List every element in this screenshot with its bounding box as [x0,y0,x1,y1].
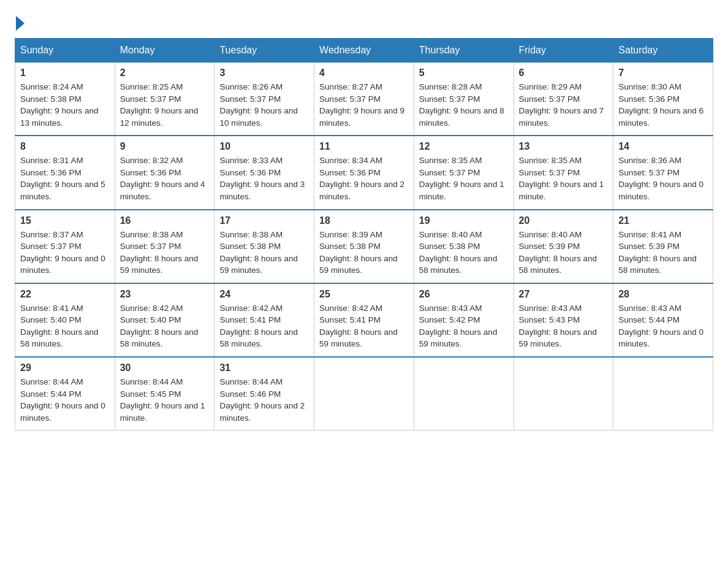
sunrise-label: Sunrise: 8:43 AM [519,304,582,313]
day-info: Sunrise: 8:43 AM Sunset: 5:43 PM Dayligh… [519,302,609,350]
day-info: Sunrise: 8:38 AM Sunset: 5:38 PM Dayligh… [219,229,309,277]
sunset-label: Sunset: 5:43 PM [519,315,580,324]
sunset-label: Sunset: 5:37 PM [419,94,480,104]
day-number: 25 [319,289,409,300]
day-number: 5 [419,67,509,79]
day-number: 28 [618,289,708,300]
sunrise-label: Sunrise: 8:42 AM [219,304,282,313]
daylight-label: Daylight: 8 hours and 58 minutes. [419,254,498,275]
day-number: 3 [219,67,309,79]
daylight-label: Daylight: 8 hours and 59 minutes. [219,254,298,275]
sunset-label: Sunset: 5:38 PM [219,242,281,251]
calendar-day-cell: 9 Sunrise: 8:32 AM Sunset: 5:36 PM Dayli… [115,136,214,209]
day-number: 4 [319,67,409,79]
day-info: Sunrise: 8:24 AM Sunset: 5:38 PM Dayligh… [20,81,110,129]
day-info: Sunrise: 8:43 AM Sunset: 5:42 PM Dayligh… [419,302,509,350]
sunset-label: Sunset: 5:37 PM [519,94,580,104]
calendar-day-cell [613,357,713,431]
calendar-day-cell: 10 Sunrise: 8:33 AM Sunset: 5:36 PM Dayl… [214,136,314,209]
day-info: Sunrise: 8:29 AM Sunset: 5:37 PM Dayligh… [519,81,609,129]
sunset-label: Sunset: 5:37 PM [618,168,680,177]
sunrise-label: Sunrise: 8:40 AM [419,230,482,239]
calendar-day-cell: 14 Sunrise: 8:36 AM Sunset: 5:37 PM Dayl… [613,136,713,209]
calendar-day-cell: 13 Sunrise: 8:35 AM Sunset: 5:37 PM Dayl… [514,136,613,209]
daylight-label: Daylight: 9 hours and 12 minutes. [120,106,199,128]
day-number: 9 [120,141,210,152]
day-number: 27 [519,289,609,300]
day-number: 19 [419,215,509,226]
calendar-day-cell: 26 Sunrise: 8:43 AM Sunset: 5:42 PM Dayl… [414,283,514,357]
sunrise-label: Sunrise: 8:44 AM [20,377,83,386]
daylight-label: Daylight: 9 hours and 0 minutes. [20,401,105,423]
day-info: Sunrise: 8:41 AM Sunset: 5:39 PM Dayligh… [618,229,708,277]
daylight-label: Daylight: 9 hours and 7 minutes. [519,106,604,128]
sunrise-label: Sunrise: 8:40 AM [519,230,582,239]
sunrise-label: Sunrise: 8:33 AM [219,156,282,165]
logo [15,15,25,28]
sunset-label: Sunset: 5:44 PM [618,315,680,324]
logo-arrow-icon [16,16,25,31]
sunset-label: Sunset: 5:36 PM [618,94,680,104]
day-number: 15 [20,215,110,226]
calendar-day-cell: 8 Sunrise: 8:31 AM Sunset: 5:36 PM Dayli… [15,136,115,209]
sunset-label: Sunset: 5:37 PM [120,94,181,104]
sunset-label: Sunset: 5:37 PM [319,94,381,104]
sunrise-label: Sunrise: 8:25 AM [120,82,183,91]
sunset-label: Sunset: 5:38 PM [419,242,480,251]
sunrise-label: Sunrise: 8:31 AM [20,156,83,165]
calendar-day-cell: 25 Sunrise: 8:42 AM Sunset: 5:41 PM Dayl… [314,283,414,357]
sunrise-label: Sunrise: 8:36 AM [618,156,681,165]
calendar-day-cell: 16 Sunrise: 8:38 AM Sunset: 5:37 PM Dayl… [115,210,214,283]
day-info: Sunrise: 8:44 AM Sunset: 5:46 PM Dayligh… [219,376,309,424]
daylight-label: Daylight: 9 hours and 0 minutes. [618,327,703,349]
calendar-table: SundayMondayTuesdayWednesdayThursdayFrid… [15,38,713,431]
sunset-label: Sunset: 5:37 PM [419,168,480,177]
day-info: Sunrise: 8:42 AM Sunset: 5:40 PM Dayligh… [120,302,210,350]
day-info: Sunrise: 8:40 AM Sunset: 5:39 PM Dayligh… [519,229,609,277]
daylight-label: Daylight: 8 hours and 58 minutes. [519,254,597,275]
page-header [15,15,713,28]
day-number: 6 [519,67,609,79]
daylight-label: Daylight: 9 hours and 8 minutes. [419,106,504,128]
day-info: Sunrise: 8:39 AM Sunset: 5:38 PM Dayligh… [319,229,409,277]
calendar-day-cell: 4 Sunrise: 8:27 AM Sunset: 5:37 PM Dayli… [314,63,414,136]
calendar-day-cell: 24 Sunrise: 8:42 AM Sunset: 5:41 PM Dayl… [214,283,314,357]
day-info: Sunrise: 8:33 AM Sunset: 5:36 PM Dayligh… [219,155,309,202]
calendar-day-cell: 12 Sunrise: 8:35 AM Sunset: 5:37 PM Dayl… [414,136,514,209]
day-number: 11 [319,141,409,152]
calendar-week-row: 22 Sunrise: 8:41 AM Sunset: 5:40 PM Dayl… [15,283,713,357]
day-number: 14 [618,141,708,152]
sunrise-label: Sunrise: 8:44 AM [120,377,183,386]
sunset-label: Sunset: 5:40 PM [120,315,181,324]
calendar-week-row: 8 Sunrise: 8:31 AM Sunset: 5:36 PM Dayli… [15,136,713,209]
day-number: 1 [20,67,110,79]
daylight-label: Daylight: 9 hours and 1 minute. [419,180,504,201]
sunrise-label: Sunrise: 8:34 AM [319,156,382,165]
day-number: 12 [419,141,509,152]
sunset-label: Sunset: 5:37 PM [219,94,281,104]
day-number: 17 [219,215,309,226]
column-header-friday: Friday [514,39,613,63]
sunrise-label: Sunrise: 8:28 AM [419,82,482,91]
day-info: Sunrise: 8:38 AM Sunset: 5:37 PM Dayligh… [120,229,210,277]
daylight-label: Daylight: 9 hours and 13 minutes. [20,106,99,128]
day-number: 8 [20,141,110,152]
calendar-day-cell: 19 Sunrise: 8:40 AM Sunset: 5:38 PM Dayl… [414,210,514,283]
day-info: Sunrise: 8:42 AM Sunset: 5:41 PM Dayligh… [219,302,309,350]
day-info: Sunrise: 8:31 AM Sunset: 5:36 PM Dayligh… [20,155,110,202]
column-header-thursday: Thursday [414,39,514,63]
day-info: Sunrise: 8:28 AM Sunset: 5:37 PM Dayligh… [419,81,509,129]
day-info: Sunrise: 8:40 AM Sunset: 5:38 PM Dayligh… [419,229,509,277]
daylight-label: Daylight: 8 hours and 58 minutes. [120,327,199,349]
calendar-day-cell: 3 Sunrise: 8:26 AM Sunset: 5:37 PM Dayli… [214,63,314,136]
calendar-week-row: 15 Sunrise: 8:37 AM Sunset: 5:37 PM Dayl… [15,210,713,283]
day-number: 10 [219,141,309,152]
sunrise-label: Sunrise: 8:44 AM [219,377,282,386]
day-number: 26 [419,289,509,300]
calendar-day-cell [414,357,514,431]
calendar-day-cell: 6 Sunrise: 8:29 AM Sunset: 5:37 PM Dayli… [514,63,613,136]
day-number: 22 [20,289,110,300]
daylight-label: Daylight: 8 hours and 58 minutes. [219,327,298,349]
sunrise-label: Sunrise: 8:35 AM [519,156,582,165]
calendar-day-cell: 17 Sunrise: 8:38 AM Sunset: 5:38 PM Dayl… [214,210,314,283]
